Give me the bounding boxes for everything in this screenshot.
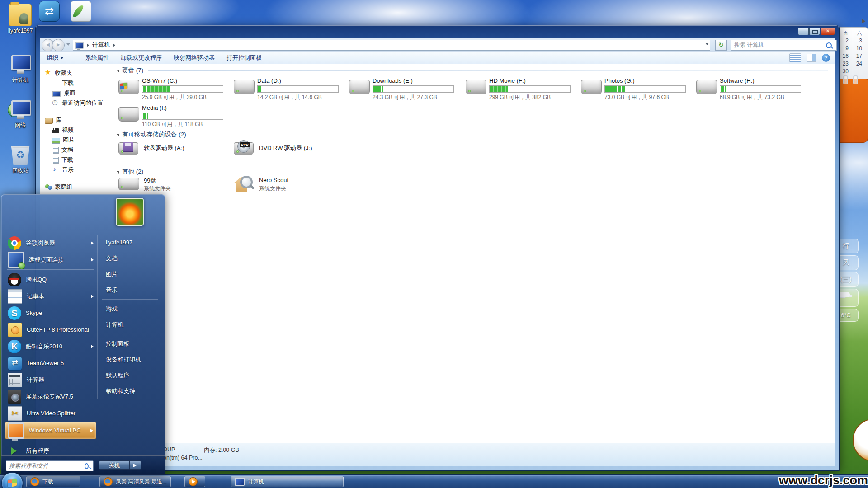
desktop-icon-user-folder[interactable]: liyafe1997 [3,4,38,34]
chevron-down-icon [61,57,63,59]
close-button[interactable] [821,28,835,35]
sidebar-item-0-0[interactable]: 下载 [40,78,114,88]
windows-flag-icon [8,479,17,488]
program-label: 谷歌浏览器 [26,239,86,247]
minimize-button[interactable] [798,28,809,35]
sidebar-item-1-1[interactable]: 图片 [40,135,114,145]
sidebar-item-1-2[interactable]: 文档 [40,145,114,155]
sidebar-item-0-1[interactable]: 桌面 [40,88,114,98]
chrome-icon [8,236,21,250]
start-menu-link-7[interactable]: 设备和打印机 [98,352,162,367]
start-menu-program-7[interactable]: TeamViewer 5 [5,355,96,371]
start-menu-program-8[interactable]: 计算器 [5,371,96,388]
sidebar-item-1-0[interactable]: 视频 [40,125,114,135]
sidebar-item-1-4[interactable]: 音乐 [40,165,114,175]
address-dropdown-icon[interactable] [705,43,709,45]
calendar-date: 17 [853,52,862,60]
sidebar-item-label: 桌面 [64,89,75,97]
sidebar-section-0[interactable]: 收藏夹 [40,68,114,78]
start-menu-program-10[interactable]: Ultra Video Splitter [5,405,96,422]
program-label: TeamViewer 5 [27,360,94,366]
start-menu-program-9[interactable]: 屏幕录像专家V7.5 [5,388,96,405]
search-input[interactable] [731,42,826,48]
item-type: 系统文件夹 [259,185,286,192]
start-menu-link-3[interactable]: 音乐 [98,282,162,298]
desktop-icon-photoshop[interactable] [71,1,92,23]
help-icon[interactable]: ? [822,54,830,62]
calendar-date: 9 [840,45,849,52]
search-box[interactable] [731,40,837,51]
taskbar-button-3[interactable]: 计算机 [231,476,344,487]
start-menu-link-8[interactable]: 默认程序 [98,367,162,383]
start-menu-link-1[interactable]: 文档 [98,250,162,266]
breadcrumb-arrow-icon[interactable] [113,43,115,47]
start-menu-link-4[interactable]: 游戏 [98,301,162,317]
refresh-button[interactable]: ↻ [715,40,727,51]
sidebar-item-1-3[interactable]: 下载 [40,155,114,165]
start-menu-program-11[interactable]: Windows Virtual PC [5,422,96,439]
collapse-triangle-icon[interactable] [116,70,119,72]
drive-name: HD Movie (F:) [489,77,575,84]
drive-item[interactable]: HD Movie (F:)299 GB 可用，共 382 GB [466,77,578,103]
toolbar-command-2[interactable]: 映射网络驱动器 [174,54,215,61]
start-menu-program-3[interactable]: 记事本 [5,288,96,305]
shutdown-options-arrow[interactable] [130,460,141,470]
toolbar-command-0[interactable]: 系统属性 [85,54,109,61]
start-search-input[interactable] [6,463,85,469]
drive-item[interactable]: Downloads (E:)24.3 GB 可用，共 27.3 GB [349,77,461,103]
sidebar-item-0-2[interactable]: 最近访问的位置 [40,98,114,108]
start-menu-link-2[interactable]: 图片 [98,266,162,282]
collapse-triangle-icon[interactable] [116,171,119,174]
other-item[interactable]: Nero Scout系统文件夹 [234,176,347,198]
address-bar[interactable]: 计算机 [73,40,710,51]
start-menu-link-5[interactable]: 计算机 [98,317,162,333]
gadget-expander-icon[interactable] [862,19,865,23]
group-header-other[interactable]: 其他 (2) [116,168,828,176]
toolbar-command-1[interactable]: 卸载或更改程序 [121,54,162,61]
maximize-button[interactable] [809,28,820,35]
start-menu-link-0[interactable]: liyafe1997 [98,235,162,250]
shutdown-button[interactable]: 关机 [99,460,130,470]
start-menu-program-6[interactable]: 酷狗音乐2010 [5,338,96,355]
drive-item[interactable]: Software (H:)68.9 GB 可用，共 73.2 GB [696,77,808,103]
preview-pane-icon[interactable] [807,54,816,62]
start-menu-program-1[interactable]: 远程桌面连接 [5,251,96,268]
start-menu-program-4[interactable]: Skype [5,305,96,321]
toolbar-command-3[interactable]: 打开控制面板 [226,54,262,61]
desktop-icon-recycle-bin[interactable]: 回收站 [3,144,38,174]
title-bar[interactable] [36,25,839,38]
desktop-icon-computer[interactable]: 计算机 [3,53,38,84]
recent-pages-dropdown-icon[interactable] [66,43,70,46]
drive-item[interactable]: OS-Win7 (C:)25.9 GB 可用，共 39.0 GB [118,77,231,103]
sidebar-section-1[interactable]: 库 [40,115,114,125]
start-menu-program-0[interactable]: 谷歌浏览器 [5,235,96,251]
start-search-box[interactable] [6,460,94,471]
drive-item[interactable]: Data (D:)14.2 GB 可用，共 14.6 GB [234,77,346,103]
group-header-harddisks[interactable]: 硬盘 (7) [116,66,828,75]
breadcrumb[interactable]: 计算机 [92,41,110,49]
drive-item[interactable]: Media (I:)110 GB 可用，共 118 GB [118,104,231,130]
start-menu-link-6[interactable]: 控制面板 [98,336,162,352]
organize-menu[interactable]: 组织 [47,54,63,62]
monitor-stand-icon [17,115,24,118]
removable-device-item[interactable]: DVDDVD RW 驱动器 (J:) [234,137,347,159]
start-menu-program-5[interactable]: CuteFTP 8 Professional [5,321,96,338]
collapse-triangle-icon[interactable] [116,134,119,136]
start-menu-link-9[interactable]: 帮助和支持 [98,383,162,399]
taskbar-button-2[interactable] [184,476,205,487]
start-menu-program-2[interactable]: 腾讯QQ [5,271,96,288]
sidebar-section-2[interactable]: 家庭组 [40,182,114,192]
change-view-icon[interactable] [789,53,801,62]
desktop-icon-network[interactable]: 网络 [3,99,38,129]
user-avatar[interactable] [116,198,144,226]
drive-item[interactable]: Photos (G:)73.0 GB 可用，共 97.6 GB [581,77,693,103]
taskbar-button-0[interactable]: 下载 [26,476,80,487]
forward-button[interactable]: ► [52,39,65,52]
breadcrumb-arrow-icon[interactable] [87,43,89,47]
taskbar-button-1[interactable]: 风景 高清风景 最近... [99,476,171,487]
desktop-icon-teamviewer-desktop[interactable] [39,1,61,23]
calendar-day-header: 五 [840,29,849,37]
item-name: 99盘 [144,177,156,185]
taskbar-button-label: 下载 [42,478,53,486]
removable-device-item[interactable]: 软盘驱动器 (A:) [118,137,231,159]
